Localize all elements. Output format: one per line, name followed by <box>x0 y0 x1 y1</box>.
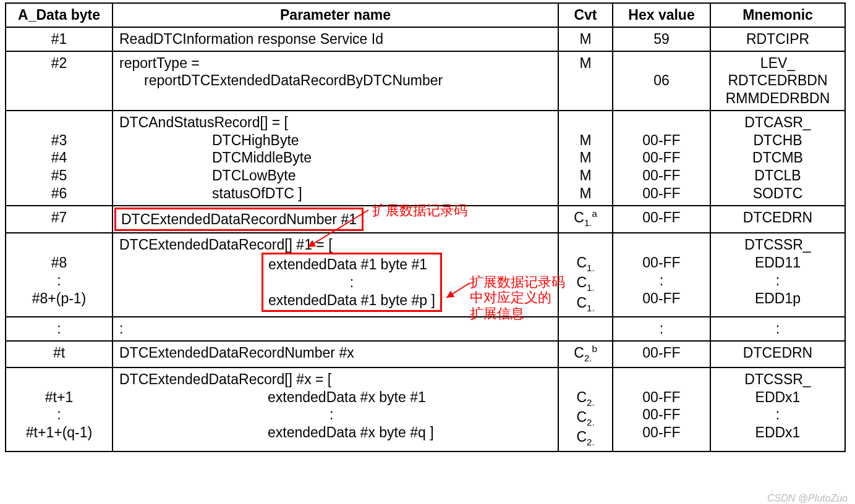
cell-byte: #2 <box>6 51 113 111</box>
text: 00-FF <box>642 389 680 405</box>
cell-cvt: C2.b <box>558 341 613 368</box>
hdr-hexvalue: Hex value <box>613 3 710 27</box>
text: EDD1p <box>755 290 801 306</box>
cell-cvt <box>558 317 613 341</box>
cell-hex: 00-FF <box>613 206 710 233</box>
text: C1. <box>576 274 594 290</box>
text: C2. <box>576 429 594 445</box>
text: statusOfDTC ] <box>119 185 553 203</box>
text: : <box>660 272 663 288</box>
cell-param: ReadDTCInformation response Service Id <box>113 27 558 51</box>
text: 00-FF <box>642 254 680 271</box>
text: C1. <box>576 254 594 271</box>
text: RDTCEDRBDN <box>728 72 828 88</box>
table-row: #2 reportType = reportDTCExtendedDataRec… <box>6 51 845 111</box>
cell-byte: #t+1 : #t+1+(q-1) <box>6 368 113 452</box>
text: DTCExtendedDataRecordNumber #1 <box>121 211 357 227</box>
hdr-mnemonic: Mnemonic <box>710 3 845 27</box>
text: M <box>579 149 591 166</box>
cell-hex: 06 <box>613 51 710 111</box>
text: DTCLowByte <box>119 167 553 185</box>
cell-hex: 00-FF <box>613 341 710 368</box>
text: 00-FF <box>642 132 680 148</box>
header-row: A_Data byte Parameter name Cvt Hex value… <box>6 3 845 27</box>
text: C2.b <box>574 345 597 361</box>
cell-param: DTCExtendedDataRecord[] #x = [ extendedD… <box>113 368 558 452</box>
highlight-box: extendedData #1 byte #1 : extendedData #… <box>262 253 442 312</box>
cell-hex: 00-FF 00-FF 00-FF <box>613 368 710 452</box>
cell-hex: 59 <box>613 27 710 51</box>
text: 00-FF <box>642 149 680 166</box>
text: DTCHB <box>753 132 802 148</box>
cell-cvt: M <box>558 51 613 111</box>
text: EDD11 <box>755 254 801 271</box>
text: #3 <box>51 132 67 148</box>
text: extendedData #x byte #1 <box>119 388 553 406</box>
cell-param: reportType = reportDTCExtendedDataRecord… <box>113 51 558 111</box>
text: M <box>579 185 591 201</box>
cell-mne: RDTCIPR <box>710 27 845 51</box>
cell-cvt: M M M M <box>558 111 613 206</box>
text: DTCSSR_ <box>744 371 810 387</box>
text: M <box>579 132 591 148</box>
cell-param: : <box>113 317 558 341</box>
text: #4 <box>51 149 67 166</box>
text: DTCMiddleByte <box>119 149 553 167</box>
cell-hex: : <box>613 317 710 341</box>
cell-byte: : <box>6 317 113 341</box>
text: SODTC <box>753 185 803 201</box>
text: extendedData #x byte #q ] <box>119 424 553 442</box>
cell-cvt: C1. C1. C1. <box>558 233 613 317</box>
cell-cvt: M <box>558 27 613 51</box>
cell-byte: #t <box>6 341 113 368</box>
text: : <box>119 406 553 424</box>
text: 00-FF <box>642 167 680 183</box>
text: #8 <box>51 254 67 271</box>
cell-param: DTCExtendedDataRecordNumber #x <box>113 341 558 368</box>
hdr-cvt: Cvt <box>558 3 613 27</box>
cell-mne: DTCEDRN <box>710 206 845 233</box>
table-row: #t+1 : #t+1+(q-1) DTCExtendedDataRecord[… <box>6 368 845 452</box>
text: LEV_ <box>760 55 795 71</box>
text: DTCASR_ <box>744 114 810 130</box>
table-row: : : : : <box>6 317 845 341</box>
cell-mne: : <box>710 317 845 341</box>
text: #t+1 <box>45 389 73 405</box>
text: C1. <box>576 295 594 311</box>
text: C2. <box>576 409 594 425</box>
text: : <box>57 272 61 288</box>
text: #t+1+(q-1) <box>26 424 92 440</box>
cell-param: DTCExtendedDataRecordNumber #1 <box>113 206 558 233</box>
text: EDDx1 <box>755 389 801 405</box>
text: : <box>268 274 435 292</box>
text: extendedData #1 byte #p ] <box>268 292 435 309</box>
text: DTCAndStatusRecord[] = [ <box>119 114 288 130</box>
text: 06 <box>653 72 670 88</box>
cell-byte: #1 <box>6 27 113 51</box>
cell-byte: #3 #4 #5 #6 <box>6 111 113 206</box>
cell-param: DTCExtendedDataRecord[] #1 = [ extendedD… <box>113 233 558 317</box>
text: : <box>776 406 780 422</box>
text: DTCLB <box>754 167 801 183</box>
text: 00-FF <box>642 406 680 422</box>
table-row: #8 : #8+(p-1) DTCExtendedDataRecord[] #1… <box>6 233 845 317</box>
text: : <box>776 272 780 288</box>
text: EDDx1 <box>755 424 801 440</box>
highlight-box: DTCExtendedDataRecordNumber #1 <box>114 208 364 232</box>
text: 00-FF <box>642 424 680 440</box>
cell-hex: 00-FF 00-FF 00-FF 00-FF <box>613 111 710 206</box>
text: RMMDEDRBDN <box>726 90 830 106</box>
text: #5 <box>51 167 67 183</box>
cell-cvt: C2. C2. C2. <box>558 368 613 452</box>
cell-mne: DTCSSR_ EDDx1 : EDDx1 <box>710 368 845 452</box>
cell-mne: DTCSSR_ EDD11 : EDD1p <box>710 233 845 317</box>
text: DTCExtendedDataRecord[] #1 = [ <box>119 237 333 253</box>
cell-hex: 00-FF : 00-FF <box>613 233 710 317</box>
text: C2. <box>576 389 594 405</box>
text: M <box>579 167 591 183</box>
hdr-paramname: Parameter name <box>113 3 558 27</box>
cell-byte: #8 : #8+(p-1) <box>6 233 113 317</box>
text: #6 <box>51 185 67 201</box>
table-row: #7 DTCExtendedDataRecordNumber #1 C1.a 0… <box>6 206 845 233</box>
text: 00-FF <box>642 185 680 201</box>
